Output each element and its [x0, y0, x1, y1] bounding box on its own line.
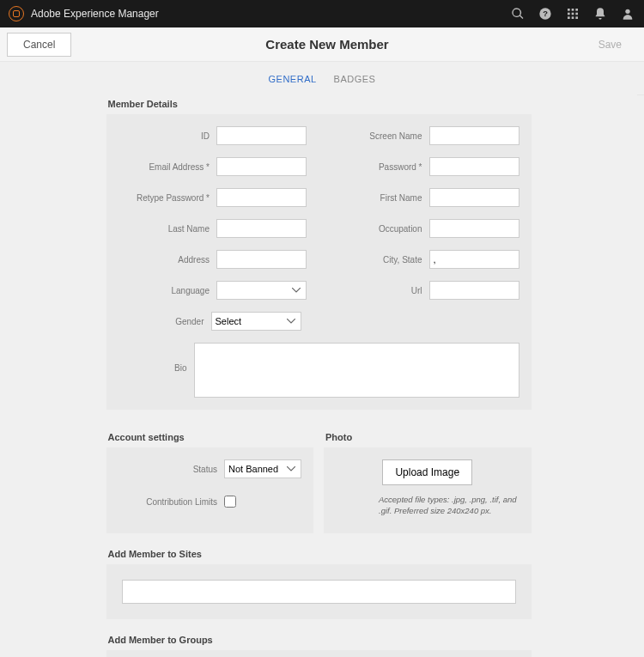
select-gender[interactable]: Select: [211, 312, 301, 331]
field-contribution-limits: Contribution Limits: [118, 496, 302, 508]
sites-panel: [106, 564, 532, 619]
content-scroll[interactable]: Member Details ID Screen Name Email Addr…: [0, 90, 637, 657]
label-language: Language: [118, 286, 210, 295]
cancel-button[interactable]: Cancel: [7, 33, 71, 57]
section-title-member-details: Member Details: [108, 99, 532, 109]
global-header: Adobe Experience Manager ?: [0, 0, 644, 27]
field-language: Language: [118, 281, 307, 300]
apps-icon[interactable]: [565, 6, 580, 21]
content-wrapper: Member Details ID Screen Name Email Addr…: [106, 99, 532, 657]
svg-point-11: [625, 9, 629, 14]
section-title-account: Account settings: [108, 432, 314, 442]
help-icon[interactable]: ?: [538, 6, 553, 21]
label-url: Url: [331, 286, 422, 295]
input-password[interactable]: [429, 157, 519, 176]
search-icon[interactable]: [510, 6, 526, 21]
field-retype-password: Retype Password *: [118, 188, 307, 207]
account-panel: Status Not Banned Contribution Limits: [106, 447, 314, 533]
input-last-name[interactable]: [216, 219, 307, 238]
field-gender: Gender Select: [118, 312, 519, 331]
section-title-photo: Photo: [325, 432, 532, 442]
input-city-state[interactable]: [429, 250, 519, 269]
notifications-icon[interactable]: [592, 6, 608, 21]
label-status: Status: [118, 465, 218, 474]
svg-rect-8: [568, 16, 570, 19]
svg-rect-4: [575, 9, 578, 11]
field-id: ID: [118, 126, 307, 145]
label-retype-password: Retype Password *: [118, 193, 210, 203]
svg-rect-6: [572, 13, 574, 15]
field-screen-name: Screen Name: [331, 126, 519, 145]
field-occupation: Occupation: [331, 219, 519, 238]
label-bio: Bio: [118, 343, 187, 373]
field-url: Url: [331, 281, 519, 300]
field-status: Status Not Banned: [118, 459, 302, 478]
app-name: Adobe Experience Manager: [31, 8, 159, 20]
groups-panel: [106, 650, 532, 657]
header-actions: ?: [510, 6, 635, 21]
select-language[interactable]: [216, 281, 307, 300]
input-screen-name[interactable]: [429, 126, 519, 145]
input-id[interactable]: [216, 126, 307, 145]
field-last-name: Last Name: [118, 219, 307, 238]
svg-rect-7: [575, 13, 578, 15]
field-password: Password *: [331, 157, 519, 176]
textarea-bio[interactable]: [194, 343, 519, 398]
input-url[interactable]: [429, 281, 519, 300]
input-first-name[interactable]: [429, 188, 519, 207]
input-retype-password[interactable]: [216, 188, 307, 207]
select-status[interactable]: Not Banned: [224, 459, 301, 478]
svg-rect-9: [572, 16, 574, 19]
section-title-groups: Add Member to Groups: [108, 635, 532, 645]
label-address: Address: [118, 255, 210, 265]
input-email[interactable]: [216, 157, 307, 176]
action-bar: Cancel Create New Member Save: [0, 27, 644, 62]
page-title: Create New Member: [265, 37, 388, 52]
user-icon[interactable]: [620, 6, 635, 21]
field-first-name: First Name: [331, 188, 519, 207]
field-address: Address: [118, 250, 307, 269]
label-city-state: City, State: [331, 255, 422, 265]
label-screen-name: Screen Name: [331, 131, 422, 141]
adobe-logo-icon: [9, 6, 24, 21]
svg-text:?: ?: [543, 9, 548, 18]
upload-image-button[interactable]: Upload Image: [382, 459, 472, 485]
label-contribution-limits: Contribution Limits: [118, 497, 218, 507]
member-details-panel: ID Screen Name Email Address * Password …: [106, 114, 532, 410]
section-title-sites: Add Member to Sites: [108, 549, 532, 559]
label-email: Email Address *: [118, 162, 210, 172]
label-last-name: Last Name: [118, 224, 210, 234]
svg-rect-5: [568, 13, 570, 15]
input-address[interactable]: [216, 250, 307, 269]
photo-panel: Upload Image Accepted file types: .jpg, …: [324, 447, 532, 533]
field-bio: Bio: [118, 343, 519, 398]
field-city-state: City, State: [331, 250, 519, 269]
field-email: Email Address *: [118, 157, 307, 176]
svg-rect-10: [575, 16, 578, 19]
label-first-name: First Name: [331, 193, 422, 203]
save-button[interactable]: Save: [583, 33, 637, 56]
label-password: Password *: [331, 162, 422, 172]
photo-hint: Accepted file types: .jpg, .png, .tif, a…: [336, 494, 519, 517]
input-occupation[interactable]: [429, 219, 519, 238]
input-add-sites[interactable]: [122, 580, 516, 604]
checkbox-contribution-limits[interactable]: [224, 496, 236, 508]
label-occupation: Occupation: [331, 224, 422, 234]
label-id: ID: [118, 131, 210, 141]
label-gender: Gender: [118, 317, 204, 326]
svg-rect-3: [572, 9, 574, 11]
header-brand: Adobe Experience Manager: [9, 6, 159, 21]
svg-rect-2: [568, 9, 570, 11]
